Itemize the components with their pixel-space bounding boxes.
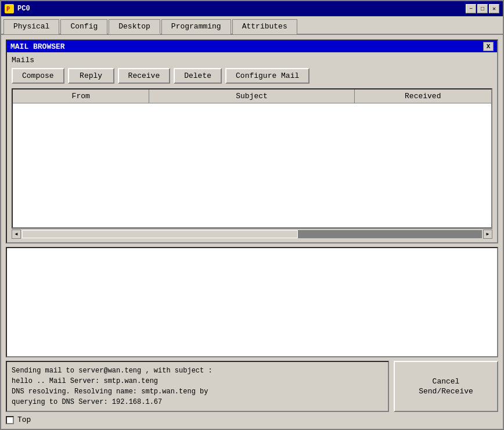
mail-browser-body: Mails Compose Reply Receive Delete Confi… bbox=[7, 52, 497, 242]
receive-button[interactable]: Receive bbox=[118, 68, 171, 84]
send-receive-label: Send/Receive bbox=[419, 387, 473, 396]
tab-config[interactable]: Config bbox=[60, 19, 107, 34]
mail-browser-header: MAIL BROWSER X bbox=[7, 41, 497, 52]
tab-programming[interactable]: Programming bbox=[161, 19, 231, 34]
status-line-1: Sending mail to server@wan.teng , with s… bbox=[12, 365, 383, 376]
app-icon: P bbox=[5, 4, 14, 13]
scroll-left-arrow[interactable]: ◀ bbox=[12, 230, 21, 239]
configure-mail-button[interactable]: Configure Mail bbox=[225, 68, 309, 84]
message-body-area[interactable] bbox=[6, 247, 498, 357]
horizontal-scrollbar[interactable]: ◀ ▶ bbox=[12, 228, 492, 239]
title-bar: P PC0 − □ ✕ bbox=[1, 1, 503, 16]
title-bar-buttons: − □ ✕ bbox=[466, 4, 499, 13]
cancel-send-button[interactable]: Cancel Send/Receive bbox=[394, 361, 498, 412]
mail-buttons-row: Compose Reply Receive Delete Configure M… bbox=[12, 68, 492, 84]
top-label: Top bbox=[17, 415, 31, 424]
tab-attributes[interactable]: Attributes bbox=[232, 19, 297, 34]
mail-browser-close-button[interactable]: X bbox=[483, 42, 494, 51]
tab-desktop[interactable]: Desktop bbox=[109, 19, 160, 34]
cancel-label: Cancel bbox=[433, 377, 460, 386]
compose-button[interactable]: Compose bbox=[12, 68, 64, 84]
bottom-checkbox-row: Top bbox=[6, 415, 498, 424]
mails-label: Mails bbox=[12, 56, 492, 64]
title-bar-title: P PC0 bbox=[5, 4, 30, 13]
status-line-2: hello .. Mail Server: smtp.wan.teng bbox=[12, 376, 383, 386]
bottom-area: Sending mail to server@wan.teng , with s… bbox=[6, 361, 498, 412]
top-checkbox[interactable] bbox=[6, 416, 14, 424]
mail-browser-panel: MAIL BROWSER X Mails Compose Reply Recei… bbox=[6, 40, 498, 243]
delete-button[interactable]: Delete bbox=[174, 68, 222, 84]
col-subject: Subject bbox=[149, 89, 354, 103]
minimize-button[interactable]: − bbox=[466, 4, 476, 13]
main-content: MAIL BROWSER X Mails Compose Reply Recei… bbox=[1, 35, 503, 429]
window-title: PC0 bbox=[17, 5, 30, 13]
scroll-right-arrow[interactable]: ▶ bbox=[483, 230, 492, 239]
mail-table: From Subject Received bbox=[12, 88, 492, 228]
mail-table-body[interactable] bbox=[13, 103, 491, 227]
mail-browser-title: MAIL BROWSER bbox=[10, 42, 65, 51]
tab-physical[interactable]: Physical bbox=[3, 19, 59, 34]
scroll-track[interactable] bbox=[22, 230, 482, 238]
col-received: Received bbox=[355, 89, 491, 103]
col-from: From bbox=[13, 89, 149, 103]
maximize-button[interactable]: □ bbox=[477, 4, 488, 13]
reply-button[interactable]: Reply bbox=[68, 68, 114, 84]
status-line-3: DNS resolving. Resolving name: smtp.wan.… bbox=[12, 386, 383, 397]
scroll-thumb[interactable] bbox=[22, 230, 298, 238]
status-line-4: querying to DNS Server: 192.168.1.67 bbox=[12, 397, 383, 407]
close-button[interactable]: ✕ bbox=[489, 4, 499, 13]
tab-bar: Physical Config Desktop Programming Attr… bbox=[1, 16, 503, 35]
mail-table-header: From Subject Received bbox=[13, 89, 491, 103]
svg-text:P: P bbox=[6, 6, 10, 12]
status-text: Sending mail to server@wan.teng , with s… bbox=[6, 361, 389, 412]
main-window: P PC0 − □ ✕ Physical Config Desktop Prog… bbox=[0, 0, 504, 430]
